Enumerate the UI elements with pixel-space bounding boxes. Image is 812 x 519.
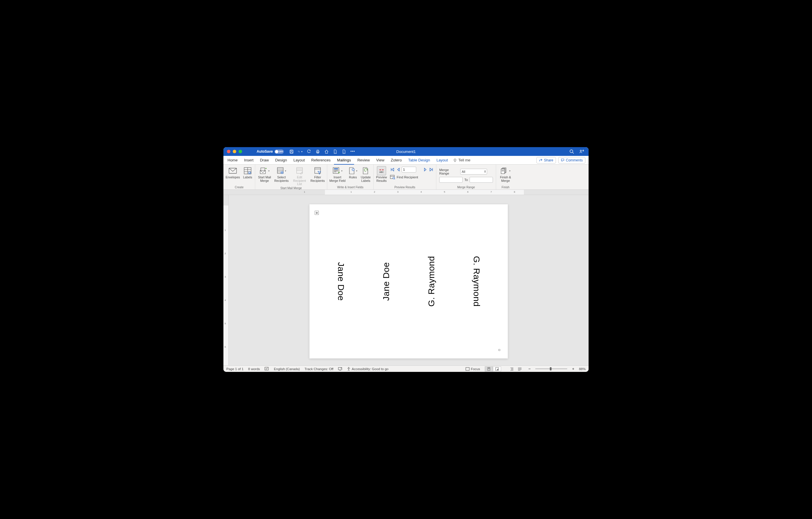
draft-view-button[interactable] bbox=[516, 366, 524, 372]
last-record-button[interactable] bbox=[429, 167, 434, 172]
update-labels-button[interactable]: Update Labels bbox=[359, 166, 372, 183]
track-changes-indicator[interactable]: Track Changes: Off bbox=[304, 367, 334, 371]
group-write-insert: ▾ Insert Merge Field ?▾ Rules Update Lab… bbox=[327, 165, 374, 189]
first-record-button[interactable] bbox=[390, 167, 395, 172]
labels-button[interactable]: Labels bbox=[241, 166, 254, 180]
print-layout-view-button[interactable] bbox=[485, 366, 493, 372]
filter-recipients-button[interactable]: Filter Recipients bbox=[310, 166, 326, 183]
tab-mailings[interactable]: Mailings bbox=[334, 156, 354, 165]
preview-results-button[interactable]: ≪ ≫ABC Preview Results bbox=[375, 166, 388, 183]
table-cell[interactable]: Jane Doe bbox=[318, 213, 364, 350]
merge-from-input[interactable] bbox=[439, 177, 463, 183]
comments-button[interactable]: Comments bbox=[558, 157, 585, 163]
table-cell[interactable]: Jane Doe bbox=[364, 213, 409, 350]
merge-to-label: To bbox=[464, 178, 468, 182]
group-finish: ▾ Finish & Merge Finish bbox=[496, 165, 515, 189]
filter-icon bbox=[314, 167, 321, 174]
view-mode-buttons-2 bbox=[508, 366, 524, 372]
view-mode-buttons bbox=[485, 366, 501, 372]
page-indicator[interactable]: Page 1 of 1 bbox=[226, 367, 243, 371]
vertical-ruler[interactable]: 1 2 3 4 5 6 bbox=[224, 195, 229, 365]
svg-rect-56 bbox=[466, 367, 469, 371]
svg-point-8 bbox=[580, 150, 582, 152]
autosave-toggle[interactable]: AutoSave OFF bbox=[257, 149, 284, 154]
group-preview-label: Preview Results bbox=[375, 186, 435, 189]
table-cell[interactable]: G. Raymond bbox=[454, 213, 499, 350]
insert-merge-field-button[interactable]: ▾ Insert Merge Field bbox=[328, 166, 347, 183]
svg-point-12 bbox=[454, 159, 456, 161]
select-recipients-button[interactable]: ▾ Select Recipients bbox=[273, 166, 290, 183]
zoom-level[interactable]: 88% bbox=[579, 367, 586, 371]
edit-recipient-list-button: Edit Recipient List bbox=[290, 166, 309, 187]
table-cell[interactable]: G. Raymond bbox=[409, 213, 454, 350]
mail-merge-icon bbox=[260, 168, 267, 174]
tab-insert[interactable]: Insert bbox=[241, 156, 257, 165]
merge-to-input[interactable] bbox=[470, 177, 493, 183]
maximize-window-button[interactable] bbox=[239, 150, 242, 153]
svg-line-46 bbox=[394, 179, 395, 179]
redo-icon[interactable] bbox=[307, 149, 311, 154]
tab-home[interactable]: Home bbox=[224, 156, 241, 165]
tab-view[interactable]: View bbox=[373, 156, 388, 165]
rules-button[interactable]: ?▾ Rules bbox=[347, 166, 359, 180]
autosave-switch[interactable]: OFF bbox=[274, 149, 284, 154]
start-mail-merge-button[interactable]: ▾ Start Mail Merge bbox=[256, 166, 273, 183]
close-window-button[interactable] bbox=[227, 150, 230, 153]
zoom-out-button[interactable]: − bbox=[528, 366, 531, 371]
zoom-in-button[interactable]: + bbox=[572, 366, 574, 371]
tab-design[interactable]: Design bbox=[272, 156, 290, 165]
template2-icon[interactable] bbox=[342, 149, 346, 154]
share-button[interactable]: Share bbox=[536, 157, 556, 163]
undo-icon[interactable]: ▾ bbox=[298, 149, 302, 154]
tell-me-label: Tell me bbox=[459, 158, 470, 162]
record-number-input[interactable] bbox=[402, 167, 416, 172]
svg-rect-61 bbox=[497, 369, 498, 371]
recipients-icon bbox=[277, 167, 284, 174]
envelopes-button[interactable]: Envelopes bbox=[225, 166, 241, 180]
minimize-window-button[interactable] bbox=[233, 150, 236, 153]
focus-mode-button[interactable]: Focus bbox=[465, 367, 480, 371]
group-merge-range: Merge Range All▴▾ To Merge Range bbox=[436, 165, 496, 189]
language-indicator[interactable]: English (Canada) bbox=[274, 367, 300, 371]
statusbar: Page 1 of 1 8 words English (Canada) Tra… bbox=[224, 365, 588, 372]
page[interactable]: ✥ Jane Doe Jane Doe G. Raymond G. Raymon… bbox=[310, 204, 508, 358]
document-area: 1 2 3 4 5 6 ✥ Jane Doe Jane Doe G. Raymo… bbox=[224, 195, 588, 365]
finish-merge-button[interactable]: ▾ Finish & Merge bbox=[497, 166, 514, 183]
group-create-label: Create bbox=[225, 186, 254, 189]
tell-me[interactable]: Tell me bbox=[453, 158, 470, 162]
web-layout-view-button[interactable] bbox=[493, 366, 501, 372]
word-window: AutoSave OFF ▾ ••• Document1 Home Insert… bbox=[224, 147, 588, 372]
accessibility-indicator[interactable]: Accessibility: Good to go bbox=[347, 367, 388, 371]
document-canvas[interactable]: ✥ Jane Doe Jane Doe G. Raymond G. Raymon… bbox=[229, 195, 588, 365]
save-icon[interactable] bbox=[289, 149, 294, 154]
horizontal-ruler[interactable]: 1 1 2 3 4 5 6 7 8 bbox=[224, 190, 588, 195]
tab-layout[interactable]: Layout bbox=[290, 156, 308, 165]
tab-draw[interactable]: Draw bbox=[257, 156, 272, 165]
find-recipient-button[interactable]: Find Recipient bbox=[390, 175, 434, 180]
prev-record-button[interactable] bbox=[396, 167, 401, 172]
tab-table-design[interactable]: Table Design bbox=[405, 156, 433, 165]
group-finish-label: Finish bbox=[497, 186, 514, 189]
tab-review[interactable]: Review bbox=[354, 156, 373, 165]
search-icon[interactable] bbox=[569, 149, 574, 154]
svg-line-7 bbox=[573, 153, 574, 154]
outline-view-button[interactable] bbox=[508, 366, 516, 372]
tab-references[interactable]: References bbox=[308, 156, 334, 165]
more-icon[interactable]: ••• bbox=[350, 149, 355, 154]
print-icon[interactable] bbox=[315, 149, 320, 154]
ribbon-tabs: Home Insert Draw Design Layout Reference… bbox=[224, 156, 588, 165]
zoom-slider[interactable] bbox=[535, 368, 567, 369]
spellcheck-icon[interactable] bbox=[265, 367, 269, 371]
word-count[interactable]: 8 words bbox=[248, 367, 260, 371]
tab-zotero[interactable]: Zotero bbox=[388, 156, 405, 165]
display-settings-icon[interactable] bbox=[338, 367, 342, 371]
svg-rect-1 bbox=[290, 150, 292, 151]
template-icon[interactable] bbox=[333, 149, 338, 154]
tab-table-layout[interactable]: Layout bbox=[433, 156, 451, 165]
share-people-icon[interactable] bbox=[579, 149, 584, 154]
home-icon[interactable] bbox=[324, 149, 329, 154]
svg-rect-49 bbox=[501, 169, 504, 174]
merge-range-select[interactable]: All▴▾ bbox=[460, 169, 487, 174]
next-record-button[interactable] bbox=[423, 167, 427, 172]
window-controls bbox=[224, 150, 242, 153]
